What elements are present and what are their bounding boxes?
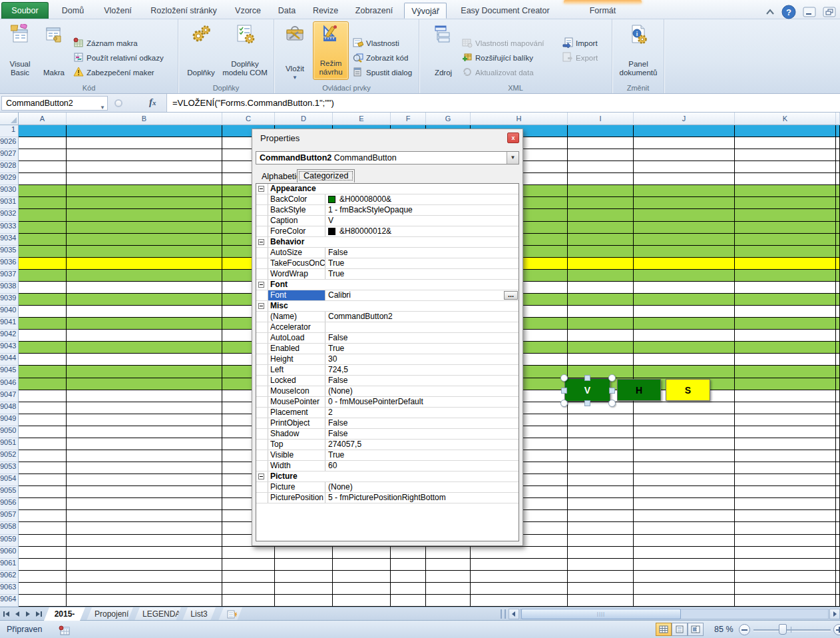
property-row-backstyle[interactable]: BackStyle1 - fmBackStyleOpaque — [256, 205, 519, 216]
cell[interactable] — [391, 547, 426, 559]
cell[interactable] — [568, 173, 634, 185]
prev-sheet-icon[interactable] — [13, 609, 22, 619]
cell[interactable] — [19, 414, 67, 426]
cell[interactable] — [19, 354, 67, 366]
view-page-break-button[interactable] — [688, 623, 704, 636]
cell[interactable] — [735, 535, 836, 547]
cell[interactable] — [634, 366, 735, 378]
cell[interactable] — [836, 125, 840, 137]
cell[interactable] — [568, 559, 634, 571]
property-value[interactable]: 5 - fmPicturePositionRightBottom — [325, 493, 519, 503]
cell[interactable] — [836, 547, 840, 559]
row-header-9043[interactable]: 9043 — [0, 342, 19, 354]
cell[interactable] — [836, 595, 840, 607]
cell[interactable] — [67, 438, 222, 450]
cell[interactable] — [67, 137, 222, 149]
cell[interactable] — [67, 270, 222, 282]
property-row-printobject[interactable]: PrintObjectFalse — [256, 418, 519, 429]
cell[interactable] — [19, 209, 67, 222]
column-header-K[interactable]: K — [735, 113, 836, 125]
cell[interactable] — [19, 137, 67, 149]
ribbon-tab-rozlo-en-str-nky[interactable]: Rozložení stránky — [144, 3, 224, 19]
cell[interactable] — [634, 571, 735, 583]
row-header-9062[interactable]: 9062 — [0, 571, 19, 583]
cell[interactable] — [735, 125, 836, 137]
cell[interactable] — [568, 197, 634, 209]
cell[interactable] — [275, 547, 333, 559]
row-header-9029[interactable]: 9029 — [0, 173, 19, 185]
addins-button[interactable]: Doplňky — [184, 21, 218, 80]
cell[interactable] — [67, 234, 222, 246]
column-header-J[interactable]: J — [634, 113, 735, 125]
cell[interactable] — [67, 149, 222, 161]
cell[interactable] — [426, 547, 471, 559]
cell[interactable] — [836, 438, 840, 450]
cell[interactable] — [19, 450, 67, 462]
import-button[interactable]: Import — [562, 36, 598, 50]
macro-security-button[interactable]: Zabezpečení maker — [73, 65, 154, 79]
minimize-icon[interactable] — [803, 7, 816, 17]
property-value[interactable]: False — [325, 429, 519, 439]
cell[interactable] — [634, 222, 735, 234]
row-header-9034[interactable]: 9034 — [0, 234, 19, 246]
cell[interactable] — [333, 595, 391, 607]
cell[interactable] — [634, 438, 735, 450]
cell[interactable] — [568, 366, 634, 378]
property-row-autosize[interactable]: AutoSizeFalse — [256, 248, 519, 258]
cell[interactable] — [19, 595, 67, 607]
cell[interactable] — [735, 197, 836, 209]
row-header-9040[interactable]: 9040 — [0, 306, 19, 318]
cell[interactable] — [634, 462, 735, 474]
cell[interactable] — [568, 535, 634, 547]
cell[interactable] — [568, 209, 634, 222]
cell[interactable] — [836, 378, 840, 390]
cell[interactable] — [67, 209, 222, 222]
sheet-tab-2015-20[interactable]: 2015-20 — [44, 607, 85, 621]
cell[interactable] — [634, 547, 735, 559]
cell[interactable] — [67, 161, 222, 173]
property-row-mouseicon[interactable]: MouseIcon(None) — [256, 386, 519, 397]
column-header-I[interactable]: I — [568, 113, 634, 125]
cell[interactable] — [19, 197, 67, 209]
cell[interactable] — [735, 498, 836, 510]
cell[interactable] — [735, 173, 836, 185]
cell[interactable] — [634, 330, 735, 342]
cell[interactable] — [568, 306, 634, 318]
cell[interactable] — [568, 583, 634, 595]
cell[interactable] — [735, 510, 836, 522]
cell[interactable] — [568, 282, 634, 294]
cell[interactable] — [19, 535, 67, 547]
cell[interactable] — [634, 522, 735, 535]
cell[interactable] — [735, 222, 836, 234]
cell[interactable] — [391, 583, 426, 595]
relative-references-button[interactable]: Použít relativní odkazy — [73, 51, 164, 65]
cell[interactable] — [222, 571, 275, 583]
cell[interactable] — [568, 498, 634, 510]
property-category-misc[interactable]: Misc — [256, 301, 519, 312]
column-header-A[interactable]: A — [19, 113, 67, 125]
cell[interactable] — [634, 474, 735, 486]
cell[interactable] — [19, 498, 67, 510]
column-header-F[interactable]: F — [391, 113, 426, 125]
cell[interactable] — [67, 450, 222, 462]
cell[interactable] — [568, 125, 634, 137]
cell[interactable] — [836, 522, 840, 535]
cell[interactable] — [67, 306, 222, 318]
insert-control-button[interactable]: Vložit ▼ — [280, 21, 310, 80]
cell[interactable] — [19, 390, 67, 402]
selection-handle[interactable] — [560, 400, 568, 407]
tab-categorized[interactable]: Categorized — [297, 169, 355, 182]
cell[interactable] — [67, 474, 222, 486]
cell[interactable] — [836, 222, 840, 234]
cell[interactable] — [836, 510, 840, 522]
formula-input[interactable]: =VLOŽENÍ("Forms.CommandButton.1";"") — [166, 94, 840, 112]
cell[interactable] — [568, 414, 634, 426]
column-header-D[interactable]: D — [275, 113, 333, 125]
cell[interactable] — [735, 246, 836, 258]
cell[interactable] — [836, 185, 840, 197]
cell[interactable] — [67, 197, 222, 209]
column-header-H[interactable]: H — [471, 113, 568, 125]
cell[interactable] — [735, 149, 836, 161]
cell[interactable] — [568, 510, 634, 522]
cell[interactable] — [19, 161, 67, 173]
